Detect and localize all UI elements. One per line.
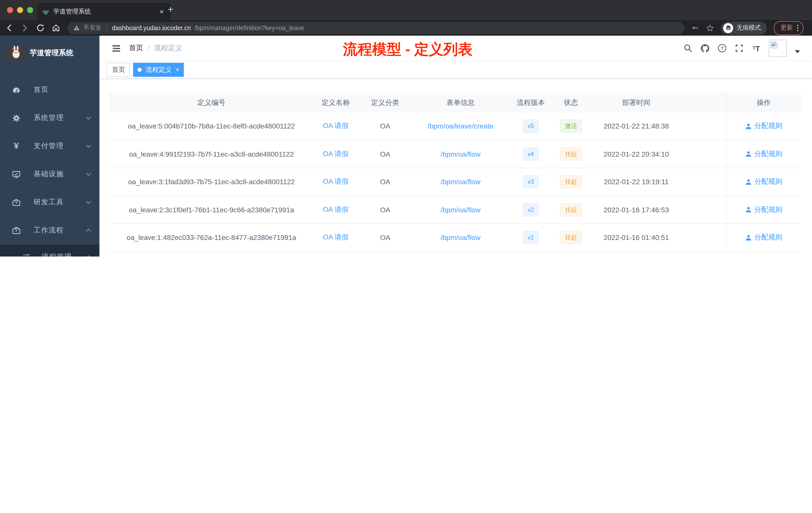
tag-process-definition[interactable]: 流程定义 × <box>133 63 184 77</box>
version-badge: v5 <box>522 120 539 133</box>
logo-image <box>8 46 24 60</box>
search-icon[interactable] <box>684 44 693 53</box>
definition-table: 定义编号 定义名称 定义分类 表单信息 流程版本 状态 部署时间 操作 oa_l… <box>109 93 801 252</box>
workflow-icon <box>22 253 31 256</box>
definition-id: oa_leave:5:004b710b-7b8a-11ec-8ef0-acde4… <box>109 122 314 130</box>
chevron-up-icon <box>85 254 91 256</box>
forward-icon[interactable] <box>21 24 29 32</box>
browser-menu-icon[interactable] <box>797 25 799 31</box>
col-status: 状态 <box>553 98 588 107</box>
tag-close-icon[interactable]: × <box>176 66 179 73</box>
tag-label: 流程定义 <box>146 65 172 74</box>
table-row: oa_leave:4:991f2193-7b7f-11ec-a3c8-acde4… <box>109 140 801 168</box>
github-icon[interactable] <box>700 44 709 53</box>
sidebar-item-payment[interactable]: ¥ 支付管理 <box>0 132 99 160</box>
close-window-button[interactable] <box>7 7 13 13</box>
assign-rule-label: 分配规则 <box>754 233 782 242</box>
form-info-link[interactable]: /bpm/oa/leave/create <box>428 122 493 130</box>
status-badge: 挂起 <box>560 175 582 188</box>
assign-rule-link[interactable]: 分配规则 <box>745 233 782 242</box>
back-icon[interactable] <box>5 24 13 32</box>
assign-rule-link[interactable]: 分配规则 <box>745 177 782 186</box>
definition-name-link[interactable]: OA 请假 <box>323 205 349 213</box>
fullscreen-icon[interactable] <box>735 44 744 53</box>
collapse-sidebar-icon[interactable] <box>112 43 121 53</box>
version-badge: v2 <box>522 203 539 216</box>
not-secure-icon <box>73 25 80 31</box>
reload-icon[interactable] <box>36 24 45 32</box>
assign-rule-link[interactable]: 分配规则 <box>745 150 782 159</box>
breadcrumb-current: 流程定义 <box>154 44 182 53</box>
top-navbar: 首页 / 流程定义 流程模型 - 定义列表 ? TT <box>99 36 812 61</box>
deploy-time: 2022-01-22 19:19:11 <box>588 178 684 186</box>
definition-category: OA <box>357 150 413 158</box>
version-badge: v3 <box>522 175 539 188</box>
sidebar-item-workflow[interactable]: 工作流程 <box>0 216 99 244</box>
form-info-link[interactable]: /bpm/oa/flow <box>441 206 481 214</box>
table-row: oa_leave:3:1fad3d93-7b75-11ec-a3c8-acde4… <box>109 168 801 196</box>
sidebar-item-devtools[interactable]: 研发工具 <box>0 188 99 216</box>
user-icon <box>745 207 752 213</box>
font-size-icon[interactable]: TT <box>752 44 761 53</box>
user-icon <box>745 234 752 241</box>
assign-rule-label: 分配规则 <box>754 122 782 131</box>
password-key-icon[interactable] <box>692 24 699 32</box>
assign-rule-link[interactable]: 分配规则 <box>745 205 782 214</box>
window-controls[interactable] <box>0 7 42 13</box>
version-badge: v1 <box>522 231 539 244</box>
definition-category: OA <box>357 122 413 130</box>
avatar-dropdown-caret[interactable] <box>795 50 800 53</box>
briefcase-icon <box>12 226 21 235</box>
form-info-link[interactable]: /bpm/oa/flow <box>441 234 481 242</box>
tag-home[interactable]: 首页 <box>107 63 129 77</box>
chevron-up-icon <box>85 228 91 233</box>
chevron-down-icon <box>85 115 91 121</box>
table-row: oa_leave:5:004b710b-7b8a-11ec-8ef0-acde4… <box>109 113 801 140</box>
app-logo: 芋道管理系统 <box>0 36 99 67</box>
security-label[interactable]: 不安全 <box>83 24 102 32</box>
toolbox-icon <box>12 198 21 207</box>
site-favicon <box>42 8 49 15</box>
status-badge: 挂起 <box>560 203 582 216</box>
sidebar-item-process-mgmt[interactable]: 流程管理 <box>0 244 99 256</box>
sidebar-item-label: 首页 <box>34 85 91 94</box>
form-info-link[interactable]: /bpm/oa/flow <box>441 178 481 186</box>
gear-icon <box>12 114 21 122</box>
assign-rule-label: 分配规则 <box>754 150 782 159</box>
help-icon[interactable]: ? <box>718 44 727 53</box>
zoom-window-button[interactable] <box>27 7 33 13</box>
monitor-icon <box>12 170 21 178</box>
assign-rule-label: 分配规则 <box>754 205 782 214</box>
table-header: 定义编号 定义名称 定义分类 表单信息 流程版本 状态 部署时间 操作 <box>109 93 801 113</box>
minimize-window-button[interactable] <box>17 7 23 13</box>
page-content: 定义编号 定义名称 定义分类 表单信息 流程版本 状态 部署时间 操作 oa_l… <box>99 79 812 256</box>
sidebar-item-home[interactable]: 首页 <box>0 76 99 104</box>
dashboard-icon <box>12 86 21 94</box>
bookmark-star-icon[interactable] <box>706 24 714 32</box>
definition-name-link[interactable]: OA 请假 <box>323 233 349 241</box>
browser-tab[interactable]: 芋道管理系统 × <box>37 3 171 20</box>
avatar[interactable] <box>769 40 787 57</box>
assign-rule-link[interactable]: 分配规则 <box>745 122 782 131</box>
sidebar-item-infra[interactable]: 基础设施 <box>0 160 99 188</box>
update-button[interactable]: 更新 <box>774 21 804 35</box>
home-icon[interactable] <box>52 24 60 32</box>
sidebar-item-system[interactable]: 系统管理 <box>0 104 99 132</box>
new-tab-button[interactable]: + <box>168 4 173 15</box>
tag-label: 首页 <box>112 65 125 74</box>
definition-name-link[interactable]: OA 请假 <box>323 150 349 158</box>
status-badge: 激活 <box>560 120 582 133</box>
definition-name-link[interactable]: OA 请假 <box>323 177 349 185</box>
sidebar-item-label: 工作流程 <box>34 226 85 235</box>
navbar-actions: ? TT <box>684 40 800 57</box>
form-info-link[interactable]: /bpm/oa/flow <box>441 150 481 158</box>
status-badge: 挂起 <box>560 148 582 161</box>
tab-close-icon[interactable]: × <box>158 7 166 16</box>
breadcrumb-separator: / <box>148 44 150 52</box>
sidebar-item-label: 基础设施 <box>34 170 85 179</box>
address-bar[interactable]: 不安全 dashboard.yudao.iocoder.cn/bpm/manag… <box>67 22 685 34</box>
breadcrumb-home[interactable]: 首页 <box>129 44 143 53</box>
chevron-down-icon <box>85 143 91 149</box>
incognito-icon <box>723 23 733 33</box>
definition-name-link[interactable]: OA 请假 <box>323 122 349 130</box>
